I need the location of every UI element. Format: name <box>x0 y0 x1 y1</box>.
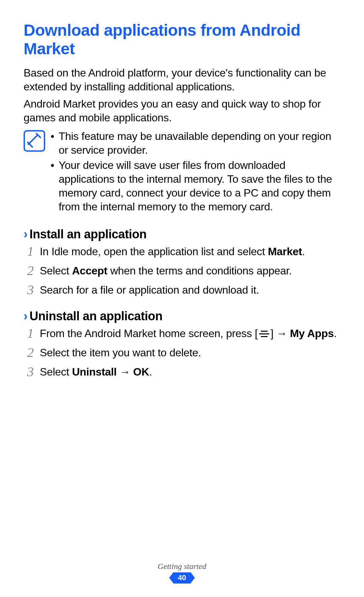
install-heading: ›Install an application <box>24 227 340 241</box>
step-bold: My Apps <box>290 327 334 339</box>
install-step: Search for a file or application and dow… <box>24 283 340 297</box>
step-text: ] → <box>271 327 290 339</box>
step-text: Select <box>40 366 72 378</box>
intro-paragraph-1: Based on the Android platform, your devi… <box>24 66 340 94</box>
page-footer: Getting started 40 <box>0 562 364 584</box>
footer-section-label: Getting started <box>0 562 364 571</box>
uninstall-step: Select the item you want to delete. <box>24 346 340 360</box>
step-bold: Market <box>268 245 302 258</box>
chevron-icon: › <box>24 309 28 323</box>
install-heading-text: Install an application <box>30 227 147 241</box>
uninstall-heading-text: Uninstall an application <box>30 309 162 323</box>
step-text: In Idle mode, open the application list … <box>40 245 268 258</box>
step-bold: OK <box>133 366 149 378</box>
page-number-badge: 40 <box>173 572 191 584</box>
step-text: when the terms and conditions appear. <box>108 265 292 277</box>
step-arrow: → <box>117 366 133 378</box>
chevron-icon: › <box>24 227 28 241</box>
step-text: . <box>334 327 337 339</box>
uninstall-steps: From the Android Market home screen, pre… <box>24 327 340 379</box>
uninstall-step: Select Uninstall → OK. <box>24 365 340 379</box>
note-item: This feature may be unavailable dependin… <box>50 129 340 157</box>
manual-page: Download applications from Android Marke… <box>0 0 364 597</box>
step-bold: Accept <box>72 265 108 277</box>
uninstall-heading: ›Uninstall an application <box>24 309 340 323</box>
step-bold: Uninstall <box>72 366 117 378</box>
menu-icon <box>259 330 270 338</box>
note-item: Your device will save user files from do… <box>50 158 340 214</box>
page-title: Download applications from Android Marke… <box>24 21 340 58</box>
step-text: . <box>302 245 305 258</box>
step-text: . <box>149 366 152 378</box>
step-text: Select <box>40 265 72 277</box>
step-text: From the Android Market home screen, pre… <box>40 327 258 339</box>
install-steps: In Idle mode, open the application list … <box>24 245 340 297</box>
note-icon <box>24 130 45 152</box>
note-list: This feature may be unavailable dependin… <box>50 129 340 215</box>
install-step: In Idle mode, open the application list … <box>24 245 340 259</box>
intro-paragraph-2: Android Market provides you an easy and … <box>24 97 340 125</box>
install-step: Select Accept when the terms and conditi… <box>24 264 340 278</box>
uninstall-step: From the Android Market home screen, pre… <box>24 327 340 340</box>
note-block: This feature may be unavailable dependin… <box>24 129 340 215</box>
